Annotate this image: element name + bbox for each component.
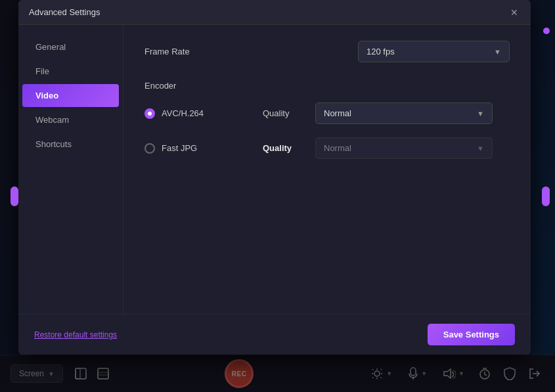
sidebar-item-file[interactable]: File [22,60,119,83]
title-bar: Advanced Settings ✕ [18,0,531,25]
quality-section-avc: Quality Normal ▼ [263,102,510,124]
sidebar-item-video[interactable]: Video [22,84,119,107]
encoder-option-avc: AVC/H.264 Quality Normal ▼ [144,102,510,124]
quality-dropdown-avc-arrow: ▼ [477,110,484,118]
sidebar: General File Video Webcam Shortcuts [18,25,123,314]
left-resize-handle[interactable] [11,186,18,206]
dialog-footer: Restore default settings Save Settings [18,314,531,355]
radio-fastjpg[interactable] [144,143,155,154]
sidebar-item-shortcuts[interactable]: Shortcuts [22,133,119,156]
frame-rate-dropdown[interactable]: 120 fps ▼ [358,41,510,62]
encoder-options: AVC/H.264 Quality Normal ▼ Fast JPG [144,102,510,159]
quality-dropdown-avc[interactable]: Normal ▼ [315,102,493,124]
mid-right-corner-handle[interactable] [543,187,550,194]
sidebar-item-general[interactable]: General [22,35,119,58]
dialog-title: Advanced Settings [29,7,100,17]
sidebar-item-webcam[interactable]: Webcam [22,108,119,131]
frame-rate-label: Frame Rate [144,47,223,56]
top-right-corner-handle[interactable] [543,28,550,34]
content-area: Frame Rate 120 fps ▼ Encoder AVC/H.264 [123,25,531,314]
radio-row-avc: AVC/H.264 [144,108,263,119]
encoder-option-fastjpg: Fast JPG Quality Normal ▼ [144,137,510,159]
quality-value-avc: Normal [324,108,351,118]
encoder-label: Encoder [144,81,510,91]
frame-rate-row: Frame Rate 120 fps ▼ [144,41,510,62]
quality-section-fastjpg: Quality Normal ▼ [263,137,510,159]
radio-fastjpg-label: Fast JPG [162,143,197,153]
dialog-body: General File Video Webcam Shortcuts Fram… [18,25,531,314]
radio-avc-label: AVC/H.264 [162,108,204,118]
save-settings-button[interactable]: Save Settings [428,324,515,345]
quality-label-fastjpg: Quality [263,143,315,153]
restore-defaults-link[interactable]: Restore default settings [34,330,117,339]
frame-rate-dropdown-arrow: ▼ [494,48,501,56]
quality-dropdown-fastjpg: Normal ▼ [315,137,493,159]
advanced-settings-dialog: Advanced Settings ✕ General File Video W… [18,0,531,355]
quality-label-avc: Quality [263,108,315,118]
radio-row-fastjpg: Fast JPG [144,143,263,154]
radio-avc[interactable] [144,108,155,119]
quality-value-fastjpg: Normal [324,143,351,153]
quality-dropdown-fastjpg-arrow: ▼ [477,144,484,152]
close-button[interactable]: ✕ [508,7,520,18]
frame-rate-value: 120 fps [366,47,395,56]
